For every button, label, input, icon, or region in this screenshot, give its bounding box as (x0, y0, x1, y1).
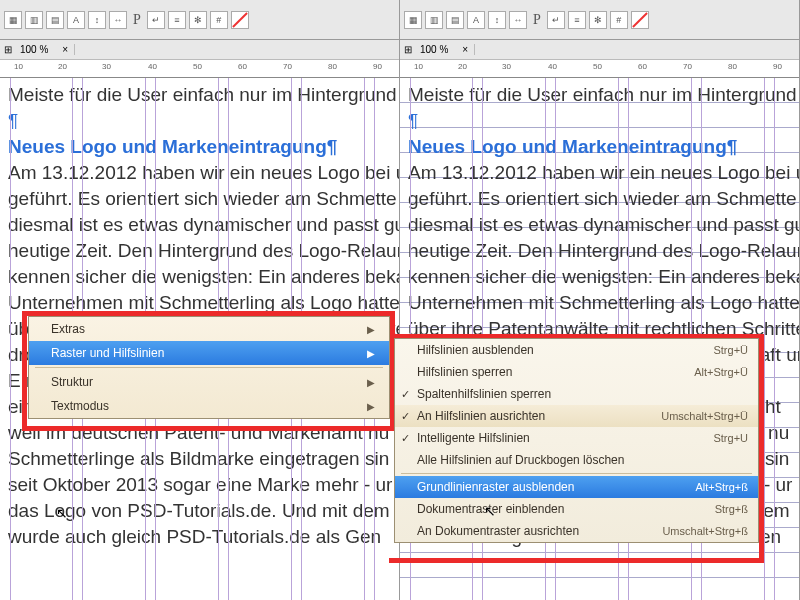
toolbar-button[interactable]: ↵ (547, 11, 565, 29)
toolbar-button[interactable]: ↵ (147, 11, 165, 29)
menu-item-grundlinienraster-ausblenden[interactable]: Grundlinienraster ausblendenAlt+Strg+ß (395, 476, 758, 498)
submenu-raster-hilfslinien: Hilfslinien ausblendenStrg+Ü Hilfslinien… (394, 338, 759, 543)
toolbar-button[interactable]: ↕ (88, 11, 106, 29)
chevron-right-icon: ▶ (367, 401, 375, 412)
ruler: 102030405060708090 (400, 60, 799, 78)
menu-item-textmodus[interactable]: Textmodus▶ (29, 394, 389, 418)
zoom-row: ⊞ 100 % × (0, 40, 399, 60)
toolbar-button[interactable] (631, 11, 649, 29)
check-icon: ✓ (401, 388, 410, 401)
menu-item-extras[interactable]: Extras▶ (29, 317, 389, 341)
zoom-restore-icon[interactable]: ⊞ (4, 44, 12, 55)
toolbar: ▦ ▥ ▤ A ↕ ↔ P ↵ ≡ ✻ # (0, 0, 399, 40)
check-icon: ✓ (401, 432, 410, 445)
toolbar-button[interactable]: ▤ (46, 11, 64, 29)
menu-item-hilfslinien-sperren[interactable]: Hilfslinien sperrenAlt+Strg+Ü (395, 361, 758, 383)
ruler: 102030405060708090 (0, 60, 399, 78)
toolbar-button[interactable]: ≡ (568, 11, 586, 29)
chevron-right-icon: ▶ (367, 377, 375, 388)
toolbar-button[interactable] (231, 11, 249, 29)
zoom-level[interactable]: 100 % (420, 44, 448, 55)
toolbar-button[interactable]: ▥ (25, 11, 43, 29)
toolbar-button[interactable]: A (467, 11, 485, 29)
toolbar-button[interactable]: ↔ (509, 11, 527, 29)
menu-item-dokumentraster-einblenden[interactable]: Dokumentraster einblendenStrg+ß (395, 498, 758, 520)
toolbar-button[interactable]: ▦ (4, 11, 22, 29)
menu-item-intelligente-hilfslinien[interactable]: ✓Intelligente HilfslinienStrg+U (395, 427, 758, 449)
toolbar-button[interactable]: # (210, 11, 228, 29)
para-style[interactable]: P (530, 12, 544, 28)
zoom-close-icon[interactable]: × (56, 44, 75, 55)
chevron-right-icon: ▶ (367, 324, 375, 335)
toolbar-button[interactable]: ✻ (189, 11, 207, 29)
toolbar-button[interactable]: ↕ (488, 11, 506, 29)
toolbar-button[interactable]: ↔ (109, 11, 127, 29)
para-style[interactable]: P (130, 12, 144, 28)
zoom-level[interactable]: 100 % (20, 44, 48, 55)
context-menu: Extras▶ Raster und Hilfslinien▶ Struktur… (28, 316, 390, 419)
menu-separator (401, 473, 752, 474)
toolbar-button[interactable]: ▦ (404, 11, 422, 29)
zoom-restore-icon[interactable]: ⊞ (404, 44, 412, 55)
toolbar-button[interactable]: ▥ (425, 11, 443, 29)
toolbar-button[interactable]: ≡ (168, 11, 186, 29)
chevron-right-icon: ▶ (367, 348, 375, 359)
menu-item-alle-hilfslinien-loeschen[interactable]: Alle Hilfslinien auf Druckbogen löschen (395, 449, 758, 471)
menu-item-an-dokumentraster-ausrichten[interactable]: An Dokumentraster ausrichtenUmschalt+Str… (395, 520, 758, 542)
menu-separator (35, 367, 383, 368)
menu-item-spaltenhilfslinien-sperren[interactable]: ✓Spaltenhilfslinien sperren (395, 383, 758, 405)
check-icon: ✓ (401, 410, 410, 423)
toolbar: ▦ ▥ ▤ A ↕ ↔ P ↵ ≡ ✻ # (400, 0, 799, 40)
menu-item-struktur[interactable]: Struktur▶ (29, 370, 389, 394)
toolbar-button[interactable]: # (610, 11, 628, 29)
zoom-close-icon[interactable]: × (456, 44, 475, 55)
toolbar-button[interactable]: ✻ (589, 11, 607, 29)
text-cursor-icon: ↖ (56, 505, 68, 521)
zoom-row: ⊞ 100 % × (400, 40, 799, 60)
toolbar-button[interactable]: A (67, 11, 85, 29)
menu-item-an-hilfslinien-ausrichten[interactable]: ✓An Hilfslinien ausrichtenUmschalt+Strg+… (395, 405, 758, 427)
menu-item-raster-hilfslinien[interactable]: Raster und Hilfslinien▶ (29, 341, 389, 365)
menu-item-hilfslinien-ausblenden[interactable]: Hilfslinien ausblendenStrg+Ü (395, 339, 758, 361)
toolbar-button[interactable]: ▤ (446, 11, 464, 29)
